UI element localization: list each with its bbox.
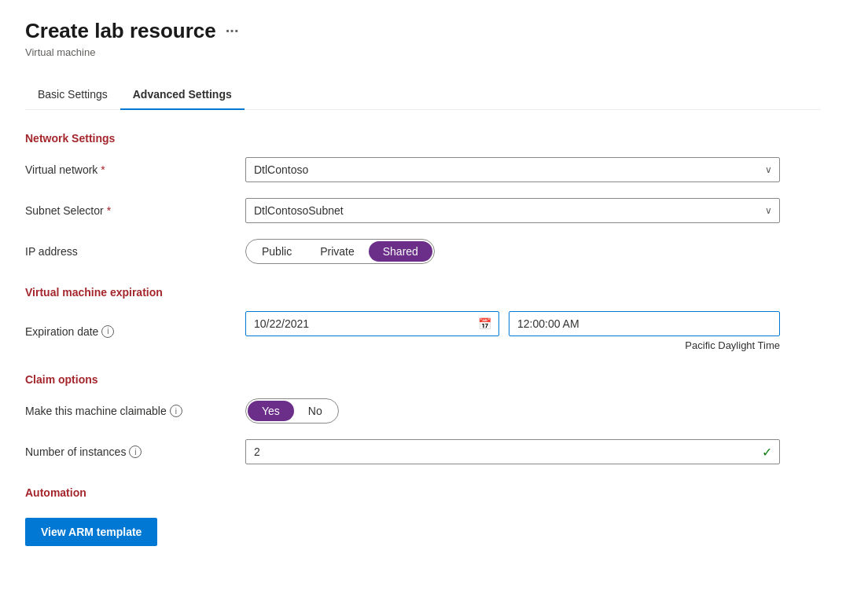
automation-title: Automation <box>25 486 821 499</box>
claimable-info-icon[interactable]: i <box>170 405 182 417</box>
ip-address-control: Public Private Shared <box>245 239 780 264</box>
virtual-network-label: Virtual network * <box>25 163 245 176</box>
instances-info-icon[interactable]: i <box>129 446 142 458</box>
network-settings-title: Network Settings <box>25 132 821 145</box>
tabs-container: Basic Settings Advanced Settings <box>25 80 821 110</box>
claimable-row: Make this machine claimable i Yes No <box>25 398 821 424</box>
instances-control: ✓ <box>245 439 780 464</box>
subnet-selector-label: Subnet Selector * <box>25 204 245 217</box>
claimable-toggle-group: Yes No <box>245 398 339 424</box>
options-menu[interactable]: ··· <box>226 22 239 40</box>
page-subtitle: Virtual machine <box>25 46 821 58</box>
expiration-info-icon[interactable]: i <box>101 325 114 338</box>
ip-shared-option[interactable]: Shared <box>369 241 432 262</box>
expiration-date-label: Expiration date i <box>25 325 245 338</box>
virtual-network-select[interactable]: DtlContoso <box>245 157 780 182</box>
claim-options-title: Claim options <box>25 373 821 386</box>
ip-address-row: IP address Public Private Shared <box>25 239 821 264</box>
view-arm-template-button[interactable]: View ARM template <box>25 518 157 546</box>
instances-label: Number of instances i <box>25 446 245 458</box>
ip-address-label: IP address <box>25 245 245 258</box>
claimable-no-option[interactable]: No <box>294 401 337 421</box>
virtual-network-select-wrapper: DtlContoso ∨ <box>245 157 780 182</box>
timezone-label: Pacific Daylight Time <box>245 339 780 351</box>
vm-expiration-title: Virtual machine expiration <box>25 286 821 299</box>
subnet-select-wrapper: DtlContosoSubnet ∨ <box>245 198 780 223</box>
expiration-date-input[interactable] <box>245 311 499 336</box>
ip-address-toggle-group: Public Private Shared <box>245 239 435 264</box>
virtual-network-row: Virtual network * DtlContoso ∨ <box>25 157 821 182</box>
expiration-date-control: 📅 Pacific Daylight Time <box>245 311 780 351</box>
claimable-control: Yes No <box>245 398 780 424</box>
required-star-subnet: * <box>107 204 111 217</box>
claimable-yes-option[interactable]: Yes <box>248 401 294 421</box>
page-header: Create lab resource ··· Virtual machine <box>25 19 821 58</box>
expiration-time-input[interactable] <box>509 311 780 336</box>
instances-input-wrapper: ✓ <box>245 439 780 464</box>
ip-public-option[interactable]: Public <box>248 241 306 262</box>
virtual-network-control: DtlContoso ∨ <box>245 157 780 182</box>
claimable-label: Make this machine claimable i <box>25 405 245 417</box>
tab-advanced[interactable]: Advanced Settings <box>120 80 245 110</box>
required-star: * <box>101 163 105 176</box>
subnet-selector-control: DtlContosoSubnet ∨ <box>245 198 780 223</box>
tab-basic[interactable]: Basic Settings <box>25 80 120 110</box>
date-input-wrapper: 📅 <box>245 311 499 336</box>
subnet-selector-select[interactable]: DtlContosoSubnet <box>245 198 780 223</box>
page-title: Create lab resource <box>25 19 216 43</box>
ip-private-option[interactable]: Private <box>306 241 369 262</box>
date-time-row: 📅 <box>245 311 780 336</box>
instances-input[interactable] <box>245 439 780 464</box>
expiration-date-row: Expiration date i 📅 Pacific Daylight Tim… <box>25 311 821 351</box>
instances-row: Number of instances i ✓ <box>25 439 821 464</box>
automation-section: Automation View ARM template <box>25 486 821 546</box>
subnet-selector-row: Subnet Selector * DtlContosoSubnet ∨ <box>25 198 821 223</box>
